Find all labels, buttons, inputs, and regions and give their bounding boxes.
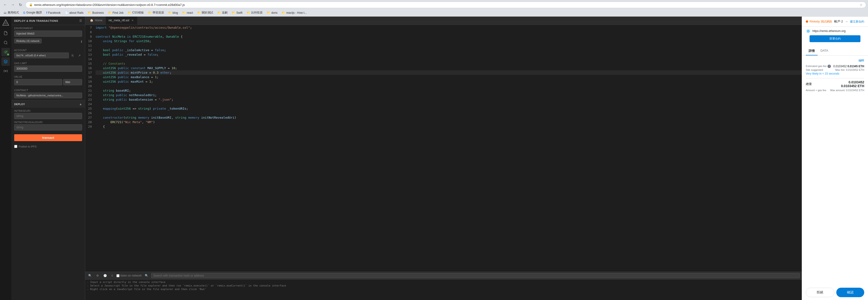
mm-deploy-btn[interactable]: 部署合約: [810, 35, 861, 42]
code-line-20: [96, 84, 802, 88]
address-bar[interactable]: 🔒 remix.ethereum.org/#optimize=false&run…: [26, 2, 866, 8]
mm-gas-fee-help-icon[interactable]: ?: [828, 65, 831, 68]
line-numbers: 7 8 9 10 11 12 13 14 15 16 17 18 19 20 2…: [85, 25, 94, 272]
bookmark-doris[interactable]: 📁 doris: [265, 10, 279, 15]
bookmark-blog[interactable]: 📁 blog: [166, 10, 180, 15]
initnotrevealeduri-input[interactable]: [14, 124, 82, 130]
terminal-search-input[interactable]: [151, 273, 800, 278]
bookmark-testing[interactable]: 📁 關於測試: [195, 10, 215, 16]
back-button[interactable]: ←: [2, 1, 8, 8]
svg-line-3: [6, 43, 7, 44]
bookmark-react[interactable]: 📁 react: [180, 10, 195, 15]
bookmark-learn[interactable]: 📁 學習資源: [146, 10, 166, 16]
mm-tab-data[interactable]: DATA: [817, 47, 831, 55]
mm-amount-gas-label: Amount + gas fee: [806, 89, 826, 92]
deploy-btn[interactable]: [1, 57, 10, 66]
value-input[interactable]: [14, 79, 62, 85]
tab-home-label: Home: [95, 19, 102, 22]
publish-checkbox[interactable]: [14, 145, 17, 148]
environment-select[interactable]: Injected Web3: [14, 31, 82, 37]
mm-total-label: 總量: [806, 82, 812, 86]
bookmark-swift[interactable]: 📁 Swift: [230, 10, 244, 15]
code-line-9: contract NicMeta is ERC721Enumerable, Ow…: [96, 34, 802, 39]
react-label: react: [187, 11, 193, 14]
initbaseuri-label: INITBASEURI:: [14, 110, 82, 112]
bookmarks-bar: 🗂 應用程式 G Google 翻譯 f Facebook 📄 about Ra…: [0, 9, 868, 17]
account-select[interactable]: 0xc74...e91eB (0.4 ether): [14, 53, 69, 58]
transact-button[interactable]: transact: [14, 134, 82, 141]
terminal-counter: 0: [110, 273, 115, 278]
contract-input[interactable]: [14, 93, 82, 98]
mm-max-fee-label: Max fee:: [835, 68, 845, 71]
refresh-button[interactable]: ↻: [17, 1, 24, 8]
deploy-section-header[interactable]: DEPLOY ▲: [11, 100, 85, 108]
tab-home[interactable]: 🏠 Home: [87, 17, 105, 24]
bookmark-drama[interactable]: 📁 追劇: [216, 10, 229, 16]
bookmark-css[interactable]: 📁 CSS模板: [126, 10, 146, 16]
mm-very-likely-label[interactable]: Very likely in < 15 seconds: [806, 72, 839, 75]
code-lines[interactable]: import "@openzeppelin/contracts/access/O…: [94, 25, 802, 272]
compile-btn[interactable]: [1, 48, 10, 56]
css-label: CSS模板: [132, 11, 144, 15]
file-explorer-btn[interactable]: [1, 29, 10, 37]
copy-account-btn[interactable]: ⎘: [70, 53, 75, 58]
mm-gas-fee-value: 0.0103452 0.01345 ETH: [833, 65, 864, 68]
bookmark-apps[interactable]: 🗂 應用程式: [2, 10, 21, 16]
mm-site-row: 🌐 https://remix.ethereum.org: [802, 27, 868, 35]
learn-icon: 📁: [148, 11, 152, 14]
initnotrevealeduri-label: INITNOTREVEALEDURI:: [14, 121, 82, 124]
code-line-10: using Strings for uint256;: [96, 39, 802, 43]
terminal-clock-icon[interactable]: 🕐: [102, 273, 108, 278]
bookmark-findjob[interactable]: 📁 Find Job: [106, 10, 125, 15]
svg-point-4: [4, 51, 7, 54]
gas-limit-section: GAS LIMIT: [11, 60, 85, 73]
home-icon: 🏠: [90, 19, 93, 22]
tab-close-btn[interactable]: ×: [131, 19, 134, 22]
bookmark-business[interactable]: 📁 Business: [86, 10, 106, 15]
mm-max-amount-label: Max amount:: [830, 89, 845, 92]
business-icon: 📁: [88, 11, 91, 14]
mm-edit-link[interactable]: 編輯: [859, 59, 864, 62]
external-link-btn[interactable]: ↗: [76, 53, 82, 58]
terminal-filter-icon[interactable]: ⚙: [95, 273, 100, 278]
deploy-panel: DEPLOY & RUN TRANSACTIONS ☰ ENVIRONMENT …: [11, 17, 85, 300]
terminal-content: - Input a script directly in the console…: [85, 280, 802, 300]
mm-tab-details[interactable]: 詳情: [806, 47, 817, 55]
account-label: ACCOUNT: [14, 49, 82, 52]
tab-sol-file[interactable]: nic_meta_nft.sol ×: [106, 17, 137, 25]
code-line-12: bool public _isSaleActive = false;: [96, 48, 802, 52]
deploy-menu-icon[interactable]: ☰: [79, 19, 82, 23]
initnotrevealeduri-group: INITNOTREVEALEDURI:: [14, 121, 82, 130]
mm-confirm-btn[interactable]: 確認: [836, 288, 864, 297]
reactjs-icon: 📁: [282, 11, 285, 14]
mm-create-contract-btn[interactable]: 建立新合約: [850, 20, 864, 24]
bookmark-translate[interactable]: G Google 翻譯: [21, 10, 44, 16]
reactjs-label: reactjs - How t...: [286, 11, 307, 14]
terminal-search-btn[interactable]: 🔍: [144, 273, 149, 278]
swift-label: Swift: [236, 11, 243, 14]
tab-sol-label: nic_meta_nft.sol: [108, 19, 129, 22]
code-line-24: [96, 102, 802, 106]
bookmark-reactjs[interactable]: 📁 reactjs - How t...: [280, 10, 309, 15]
mm-network-label: Rinkeby 測試網路: [810, 20, 832, 24]
mm-account-label: 帳戶 2: [834, 20, 843, 24]
swift-icon: 📁: [232, 11, 236, 14]
gas-limit-input[interactable]: [14, 66, 82, 72]
listen-network-checkbox[interactable]: [116, 274, 120, 277]
bookmark-facebook[interactable]: f Facebook: [44, 10, 62, 15]
bookmark-crypto[interactable]: 📁 比特投資: [245, 10, 265, 16]
blog-label: blog: [173, 11, 178, 14]
terminal-search-icon[interactable]: 🔍: [87, 273, 93, 278]
forward-button[interactable]: →: [9, 1, 16, 8]
mm-reject-btn[interactable]: 拒絕: [806, 288, 834, 297]
initbaseuri-input[interactable]: [14, 113, 82, 119]
publish-row: Publish to IPFS: [11, 143, 85, 150]
deploy-title: DEPLOY & RUN TRANSACTIONS: [14, 20, 58, 22]
plugin-btn[interactable]: [1, 67, 10, 75]
search-btn[interactable]: [1, 38, 10, 47]
bookmark-rails[interactable]: 📄 about Rails: [63, 10, 85, 15]
code-content: 7 8 9 10 11 12 13 14 15 16 17 18 19 20 2…: [85, 25, 802, 272]
unit-select[interactable]: Wei Gwei Ether: [63, 79, 82, 85]
apps-icon: 🗂: [4, 11, 7, 14]
mm-total-value: 0.0103452: [841, 80, 864, 84]
